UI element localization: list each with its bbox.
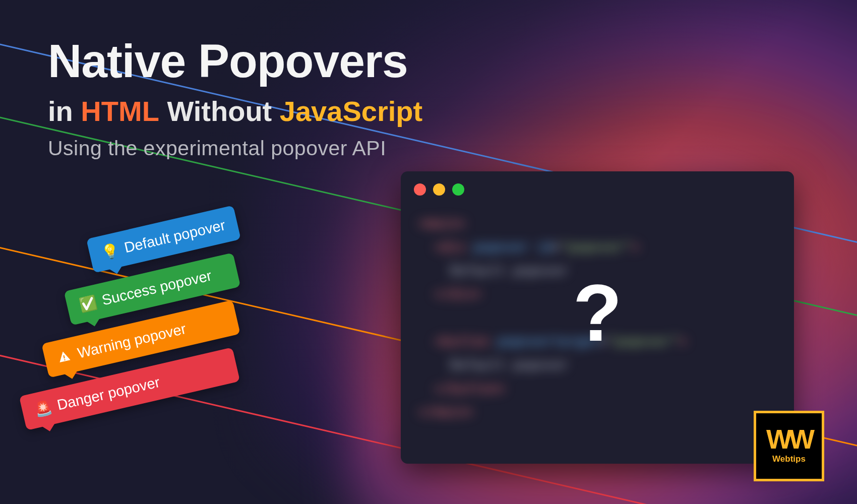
checkmark-icon: ✅: [78, 294, 97, 313]
subtitle-accent-html: HTML: [81, 95, 159, 127]
window-maximize-icon: [452, 183, 464, 196]
popover-label: Default popover: [123, 217, 227, 256]
subtitle-mid: Without: [159, 95, 280, 127]
code-editor-window: <main> <div popover id="popover"> Defaul…: [401, 171, 794, 464]
logo-text: Webtips: [772, 454, 806, 464]
page-title: Native Popovers: [48, 38, 809, 85]
window-close-icon: [414, 183, 426, 196]
logo-mark: WW: [766, 428, 812, 451]
subtitle-prefix: in: [48, 95, 81, 127]
popover-examples-stack: 💡 Default popover ✅ Success popover Warn…: [88, 222, 239, 406]
subtitle-accent-js: JavaScript: [280, 95, 422, 127]
page-subtitle: in HTML Without JavaScript: [48, 95, 809, 128]
window-traffic-lights: [401, 171, 794, 202]
webtips-logo: WW Webtips: [754, 411, 824, 481]
window-minimize-icon: [433, 183, 445, 196]
siren-icon: 🚨: [33, 399, 52, 419]
heading-block: Native Popovers in HTML Without JavaScri…: [0, 0, 857, 198]
page-subtext: Using the experimental popover API: [48, 137, 809, 160]
lightbulb-icon: 💡: [100, 241, 120, 261]
warning-triangle-icon: [55, 348, 73, 365]
question-mark-icon: ?: [573, 267, 622, 359]
